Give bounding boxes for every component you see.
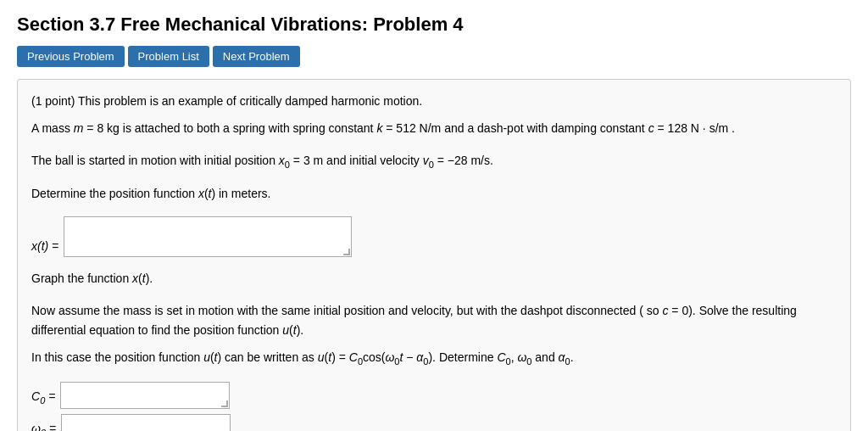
var-v0: v xyxy=(423,154,429,167)
xt-input-wrapper xyxy=(64,216,352,257)
var-x0: x xyxy=(279,154,285,167)
xt-resize-handle xyxy=(343,249,350,255)
line4: Determine the position function x(t) in … xyxy=(31,184,837,204)
w0-label: ω0 = xyxy=(31,419,56,431)
c0-label: C0 = xyxy=(31,387,55,408)
next-problem-button[interactable]: Next Problem xyxy=(213,46,300,67)
xt-label: x(t) = xyxy=(31,237,58,257)
problem-description: (1 point) This problem is an example of … xyxy=(31,92,837,139)
dashpot-section: Now assume the mass is set in motion wit… xyxy=(31,301,837,370)
c0-input-row: C0 = xyxy=(31,382,837,409)
c0-w0-a0-inputs: C0 = ω0 = α0 = (assume 0 ≤ α₀ < 2π ) xyxy=(31,382,837,431)
c0-input[interactable] xyxy=(60,382,230,409)
line3: The ball is started in motion with initi… xyxy=(31,151,837,172)
var-m: m xyxy=(74,121,84,135)
page-title: Section 3.7 Free Mechanical Vibrations: … xyxy=(17,14,851,36)
xt-input-section: x(t) = xyxy=(31,216,837,257)
graph1-section: Graph the function x(t). xyxy=(31,269,837,289)
graph1-label: Graph the function x(t). xyxy=(31,269,837,289)
w0-input[interactable] xyxy=(61,414,231,431)
xt-input-row: x(t) = xyxy=(31,216,837,257)
var-k: k xyxy=(376,121,382,135)
previous-problem-button[interactable]: Previous Problem xyxy=(17,46,125,67)
problem-list-button[interactable]: Problem List xyxy=(128,46,209,67)
line5: Now assume the mass is set in motion wit… xyxy=(31,301,837,342)
line1: (1 point) This problem is an example of … xyxy=(31,92,837,112)
initial-conditions: The ball is started in motion with initi… xyxy=(31,151,837,172)
line2: A mass m = 8 kg is attached to both a sp… xyxy=(31,119,837,139)
line6: In this case the position function u(t) … xyxy=(31,348,837,369)
w0-input-wrapper xyxy=(61,414,231,431)
c0-resize-handle xyxy=(221,400,228,407)
problem-container: (1 point) This problem is an example of … xyxy=(17,79,851,431)
var-c: c xyxy=(648,121,654,135)
xt-input[interactable] xyxy=(64,216,352,257)
navigation-buttons: Previous Problem Problem List Next Probl… xyxy=(17,46,851,67)
c0-input-wrapper xyxy=(60,382,230,409)
w0-input-row: ω0 = xyxy=(31,414,837,431)
determine-xt: Determine the position function x(t) in … xyxy=(31,184,837,204)
